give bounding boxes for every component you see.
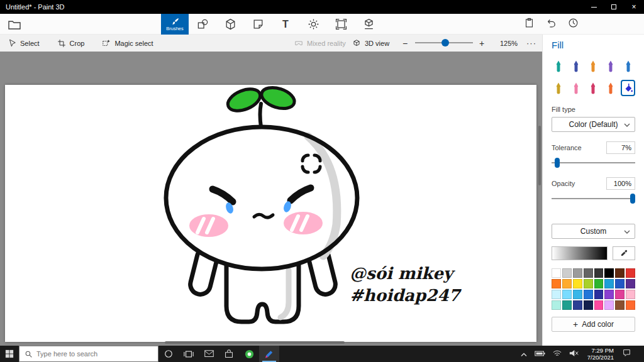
- task-view-button[interactable]: [179, 346, 199, 362]
- color-swatch[interactable]: [604, 268, 614, 278]
- more-options-button[interactable]: ···: [523, 35, 540, 52]
- color-swatch[interactable]: [584, 279, 593, 288]
- paint3d-app-button[interactable]: [259, 346, 279, 362]
- custom-color-gradient[interactable]: [552, 246, 608, 260]
- color-swatch[interactable]: [552, 268, 561, 278]
- color-swatch[interactable]: [562, 290, 572, 299]
- taskbar-clock[interactable]: 7:29 PM 7/20/2021: [586, 347, 615, 361]
- color-swatch[interactable]: [552, 279, 561, 288]
- color-swatch[interactable]: [562, 279, 572, 288]
- color-swatch[interactable]: [615, 279, 625, 288]
- color-swatch[interactable]: [615, 290, 625, 299]
- magic-select-tool[interactable]: Magic select: [102, 35, 153, 52]
- battery-status[interactable]: [535, 348, 545, 359]
- brush-fill[interactable]: [621, 80, 635, 96]
- maximize-button[interactable]: [604, 0, 624, 14]
- zoom-out-button[interactable]: −: [399, 35, 411, 52]
- opacity-value-field[interactable]: 100%: [606, 177, 635, 190]
- search-input[interactable]: [36, 350, 153, 358]
- start-button[interactable]: [0, 346, 19, 362]
- crop-tool[interactable]: Crop: [57, 35, 85, 52]
- tool-2d-shapes[interactable]: [189, 14, 216, 35]
- color-swatch[interactable]: [626, 300, 635, 310]
- zoom-level[interactable]: 125%: [494, 35, 523, 52]
- zoom-in-button[interactable]: +: [475, 35, 488, 52]
- opacity-slider-thumb[interactable]: [630, 194, 635, 204]
- color-swatch[interactable]: [615, 300, 625, 310]
- stickers-icon: [252, 18, 264, 30]
- color-swatch[interactable]: [594, 279, 604, 288]
- color-swatch[interactable]: [552, 300, 561, 310]
- brush-pixel-pen[interactable]: [621, 58, 635, 74]
- color-swatch[interactable]: [604, 279, 614, 288]
- close-button[interactable]: ×: [624, 0, 644, 14]
- opacity-slider[interactable]: [552, 194, 635, 204]
- custom-dropdown[interactable]: Custom: [552, 224, 635, 239]
- mixed-reality-button[interactable]: Mixed reality: [294, 35, 346, 52]
- cortana-button[interactable]: [158, 346, 179, 362]
- drawing-canvas[interactable]: @sói mikey #hoidap247: [5, 85, 536, 342]
- tool-canvas[interactable]: [327, 14, 355, 35]
- brush-spray-can[interactable]: [604, 80, 618, 96]
- tolerance-value-field[interactable]: 7%: [606, 141, 635, 154]
- store-app-button[interactable]: [219, 346, 239, 362]
- brush-marker[interactable]: [552, 58, 566, 74]
- brush-watercolour[interactable]: [604, 58, 618, 74]
- zoom-slider[interactable]: [415, 35, 473, 52]
- color-swatch[interactable]: [584, 300, 593, 310]
- brush-eraser[interactable]: [569, 80, 584, 96]
- tool-effects[interactable]: [299, 14, 327, 35]
- color-swatch[interactable]: [594, 300, 604, 310]
- brush-calligraphy-pen[interactable]: [569, 58, 584, 74]
- brush-pencil[interactable]: [552, 80, 566, 96]
- brush-oil-brush[interactable]: [586, 58, 601, 74]
- brush-crayon[interactable]: [586, 80, 601, 96]
- color-swatch[interactable]: [584, 290, 593, 299]
- browser-app-button[interactable]: [239, 346, 259, 362]
- tool-brushes[interactable]: Brushes: [161, 14, 189, 35]
- undo-button[interactable]: [546, 18, 557, 31]
- color-swatch[interactable]: [604, 290, 614, 299]
- color-swatch[interactable]: [626, 279, 635, 288]
- 3d-view-button[interactable]: 3D view: [352, 35, 389, 52]
- tray-expand-button[interactable]: [521, 348, 527, 359]
- taskbar-search[interactable]: [19, 346, 158, 362]
- tool-3d-library[interactable]: [355, 14, 382, 35]
- color-swatch[interactable]: [584, 268, 593, 278]
- color-swatch[interactable]: [594, 290, 604, 299]
- horizontal-scrollbar[interactable]: [165, 341, 345, 344]
- fill-type-dropdown[interactable]: Color (Default): [552, 117, 635, 132]
- eyedropper-button[interactable]: [613, 246, 635, 260]
- color-swatch[interactable]: [604, 300, 614, 310]
- tool-stickers[interactable]: [244, 14, 272, 35]
- main-tools: Brushes T: [161, 14, 382, 35]
- color-swatch[interactable]: [594, 268, 604, 278]
- color-swatch[interactable]: [573, 290, 582, 299]
- network-status[interactable]: [553, 348, 562, 359]
- minimize-button[interactable]: [584, 0, 604, 14]
- color-swatch[interactable]: [562, 300, 572, 310]
- menu-button[interactable]: [8, 18, 21, 30]
- color-swatch[interactable]: [573, 279, 582, 288]
- volume-status[interactable]: [569, 348, 579, 359]
- crop-icon: [57, 39, 66, 48]
- paste-button[interactable]: [524, 18, 535, 31]
- action-center-button[interactable]: [623, 348, 631, 359]
- mail-app-button[interactable]: [199, 346, 219, 362]
- color-swatch[interactable]: [615, 268, 625, 278]
- tool-text[interactable]: T: [272, 14, 299, 35]
- color-swatch[interactable]: [626, 268, 635, 278]
- color-swatch[interactable]: [573, 268, 582, 278]
- history-button[interactable]: [568, 18, 579, 31]
- color-swatch[interactable]: [552, 290, 561, 299]
- tool-3d-shapes[interactable]: [216, 14, 244, 35]
- tolerance-slider[interactable]: [552, 158, 635, 168]
- color-swatch[interactable]: [573, 300, 582, 310]
- tolerance-slider-thumb[interactable]: [555, 158, 560, 168]
- color-swatch[interactable]: [562, 268, 572, 278]
- add-color-button[interactable]: + Add color: [552, 317, 635, 332]
- zoom-slider-thumb[interactable]: [441, 39, 449, 47]
- vertical-scrollbar[interactable]: [538, 126, 541, 185]
- select-tool[interactable]: Select: [8, 35, 40, 52]
- color-swatch[interactable]: [626, 290, 635, 299]
